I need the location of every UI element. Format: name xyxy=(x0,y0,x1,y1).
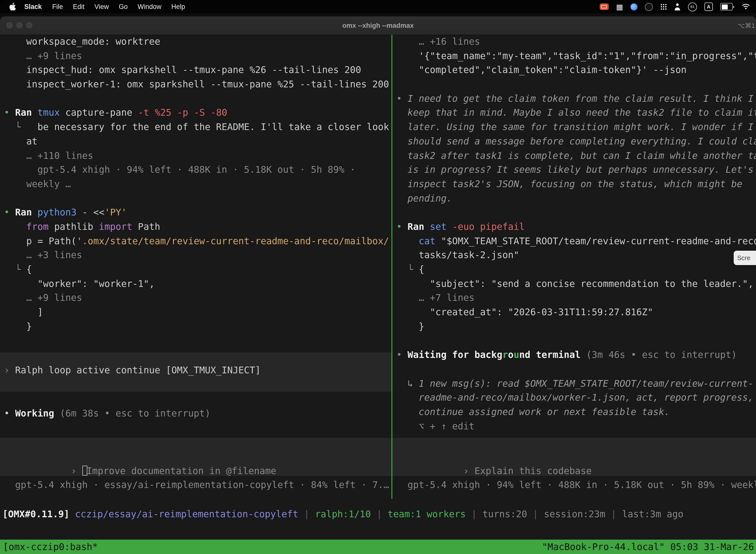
terminal-text-segment: '{"team_name":"my-team","task_id":"1","f… xyxy=(396,50,756,61)
menu-bar-status-icons: ▦ 61 A xyxy=(600,2,756,11)
terminal-text-segment: should send a message before completing … xyxy=(396,136,756,147)
terminal-line: '{"team_name":"my-team","task_id":"1","f… xyxy=(396,49,756,63)
terminal-text-segment: (6m 38s • esc to interrupt) xyxy=(60,408,210,419)
terminal-text-segment: ] xyxy=(4,307,43,317)
terminal-text-segment: p = Path( xyxy=(4,235,77,246)
input-source-icon[interactable]: A xyxy=(704,2,713,11)
terminal-text-segment: └ xyxy=(4,122,38,132)
terminal-text-segment: (3m 46s • esc to interrupt) xyxy=(586,349,737,360)
terminal-text-segment: • xyxy=(396,93,407,104)
window-title-bar[interactable]: omx --xhigh --madmax ⌥⌘1 xyxy=(0,16,756,35)
terminal-line: is in progress? It seems likely but perh… xyxy=(396,163,756,177)
terminal-line: ↳ 1 new msg(s): read $OMX_TEAM_STATE_ROO… xyxy=(396,377,756,391)
terminal-window: omx --xhigh --madmax ⌥⌘1 workspace_mode:… xyxy=(0,16,756,554)
right-pane-scrollback: … +16 lines '{"team_name":"my-team","tas… xyxy=(396,35,756,434)
terminal-text-segment: { xyxy=(419,264,424,275)
terminal-text-segment: • xyxy=(396,221,407,232)
terminal-text-segment: Ralph loop active continue [OMX_TMUX_INJ… xyxy=(15,365,261,376)
terminal-text-segment: › xyxy=(4,365,15,376)
terminal-text-segment: - << xyxy=(82,207,105,218)
terminal-text-segment: pathlib xyxy=(54,221,99,232)
dark-app-icon[interactable] xyxy=(645,3,653,11)
terminal-body: workspace_mode: worktree … +9 lines insp… xyxy=(0,35,756,554)
terminal-text-segment: "worker": "worker-1", xyxy=(4,278,155,289)
terminal-text-segment: "subject": "send a concise recommendatio… xyxy=(396,278,754,289)
person-icon[interactable] xyxy=(674,3,681,10)
terminal-line: ⌥ + ↑ edit xyxy=(396,419,756,433)
terminal-line: later. Using the same for transition mig… xyxy=(396,120,756,134)
menu-item-go[interactable]: Go xyxy=(114,3,133,10)
terminal-text-segment: inspect_hud: omx sparkshell --tmux-pane … xyxy=(4,65,361,75)
terminal-text-segment: tasks/task-2.json" xyxy=(396,250,519,260)
terminal-text-segment: cczip/essay/ai-reimplementation-copyleft xyxy=(75,509,298,519)
window-shortcut-badge: ⌥⌘1 xyxy=(738,16,755,35)
grid-icon[interactable]: ▦ xyxy=(616,3,623,10)
gauge-icon[interactable]: 61 xyxy=(688,2,697,11)
blue-app-icon[interactable] xyxy=(630,3,637,10)
terminal-text-segment: } xyxy=(396,321,424,332)
terminal-text-segment: └ xyxy=(4,264,26,275)
screen-recording-icon[interactable] xyxy=(600,3,609,10)
terminal-line: pending. xyxy=(396,191,756,206)
window-title: omx --xhigh --madmax xyxy=(0,16,756,35)
terminal-line: readme-and-reco/mailbox/worker-1.json, a… xyxy=(396,391,756,405)
tmux-session-label[interactable]: [omx-cczip0:bash* xyxy=(0,542,98,552)
menu-item-view[interactable]: View xyxy=(89,3,114,10)
terminal-line: from pathlib import Path xyxy=(4,220,391,234)
terminal-text-segment: … +16 lines xyxy=(396,36,480,47)
terminal-text-segment: "completed","claim_token":"claim-token"}… xyxy=(396,65,687,75)
terminal-text-segment: readme-and-reco/mailbox/worker-1.json, a… xyxy=(396,392,754,403)
terminal-text-segment: keep that in mind. Maybe I also need the… xyxy=(396,107,756,118)
terminal-text-segment: | xyxy=(298,509,315,519)
terminal-text-segment: -euo pipefail xyxy=(452,221,525,232)
terminal-text-segment: -t %25 -p -S -80 xyxy=(138,107,227,118)
terminal-text-segment: turns:20 xyxy=(483,509,527,519)
terminal-text-segment: u xyxy=(514,349,519,360)
terminal-text-segment: from xyxy=(4,221,54,232)
apple-menu[interactable] xyxy=(7,2,19,11)
prompt-placeholder: Explain this codebase xyxy=(475,466,592,476)
terminal-text-segment: Path xyxy=(138,221,160,232)
terminal-text-segment: { xyxy=(26,264,32,275)
terminal-text-segment: set xyxy=(430,221,452,232)
terminal-text-segment: at xyxy=(4,136,38,147)
terminal-text-segment: gpt-5.4 xhigh · 94% left · 488K in · 5.1… xyxy=(4,164,356,175)
menu-item-file[interactable]: File xyxy=(47,3,68,10)
terminal-text-segment: is in progress? It seems likely but perh… xyxy=(396,164,754,175)
menu-app-name[interactable]: Slack xyxy=(19,3,47,10)
screen: Slack File Edit View Go Window Help ▦ 61… xyxy=(0,0,756,554)
terminal-text-segment: • xyxy=(4,107,15,118)
inject-line: › Ralph loop active continue [OMX_TMUX_I… xyxy=(4,364,391,378)
terminal-line: inspect_hud: omx sparkshell --tmux-pane … xyxy=(4,63,391,77)
prompt-chevron: › xyxy=(71,466,82,476)
prompt-input-right[interactable]: › Explain this codebase xyxy=(392,438,756,476)
terminal-text-segment: "created_at": "2026-03-31T11:59:27.816Z" xyxy=(396,307,653,317)
menu-bar: Slack File Edit View Go Window Help ▦ 61… xyxy=(0,0,756,13)
terminal-line: "created_at": "2026-03-31T11:59:27.816Z" xyxy=(396,305,756,320)
prompt-placeholder: Improve documentation in @filename xyxy=(86,466,276,476)
menu-item-edit[interactable]: Edit xyxy=(68,3,89,10)
prompt-input-left[interactable]: › Improve documentation in @filename xyxy=(0,438,391,476)
terminal-text-segment: inspect_worker-1: omx sparkshell --tmux-… xyxy=(4,79,389,89)
terminal-line: task2 after task1 is complete, but can I… xyxy=(396,149,756,163)
terminal-text-segment: ralph:1/10 xyxy=(315,509,371,519)
terminal-text-segment: r xyxy=(503,349,508,360)
wifi-icon[interactable] xyxy=(742,3,750,10)
menu-item-window[interactable]: Window xyxy=(133,3,167,10)
apps-grid-icon[interactable] xyxy=(660,3,667,10)
terminal-text-segment: tmux xyxy=(38,107,65,118)
left-pane[interactable]: workspace_mode: worktree … +9 lines insp… xyxy=(0,35,391,499)
terminal-text-segment: import xyxy=(99,221,138,232)
left-pane-scrollback: workspace_mode: worktree … +9 lines insp… xyxy=(4,35,391,334)
screenshot-notification[interactable]: Scre xyxy=(734,251,756,265)
terminal-text-segment: Ran xyxy=(15,107,38,118)
terminal-line: ] xyxy=(4,305,391,320)
menu-item-help[interactable]: Help xyxy=(167,3,190,10)
terminal-line xyxy=(396,206,756,220)
terminal-text-segment: Ran xyxy=(407,221,430,232)
terminal-text-segment: continue assigned work or next feasible … xyxy=(396,406,670,417)
inject-banner: › Ralph loop active continue [OMX_TMUX_I… xyxy=(0,352,391,391)
terminal-text-segment: inspect task2's JSON, focusing on the st… xyxy=(396,179,742,189)
right-pane[interactable]: … +16 lines '{"team_name":"my-team","tas… xyxy=(392,35,756,499)
battery-icon[interactable] xyxy=(720,3,734,10)
